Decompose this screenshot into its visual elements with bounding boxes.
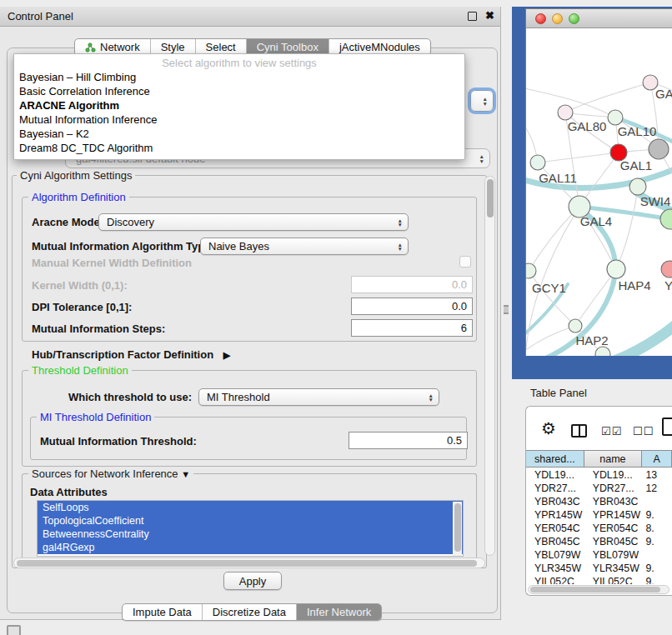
table-cell <box>642 495 672 508</box>
tab-infer-network[interactable]: Infer Network <box>296 604 381 620</box>
network-node[interactable] <box>558 105 573 120</box>
algorithm-option[interactable]: Bayesian – Hill Climbing <box>14 70 464 84</box>
network-edge-highlighted[interactable] <box>614 326 672 356</box>
close-icon[interactable]: ✖ <box>485 9 494 22</box>
hub-section-toggle[interactable]: Hub/Transcription Factor Definition ▶ <box>32 348 230 361</box>
network-node[interactable] <box>661 261 672 278</box>
network-canvas[interactable]: GALGAL80GAL10GAL1GAL11SWI4GAL4GCY1HAP4YH… <box>526 28 672 356</box>
attribute-list-item[interactable]: TopologicalCoefficient <box>38 514 463 528</box>
network-node[interactable] <box>530 155 545 170</box>
aracne-mode-label: Aracne Mode: <box>32 216 103 228</box>
network-node-label: SWI4 <box>640 194 671 208</box>
settings-horizontal-scrollbar[interactable] <box>13 558 485 568</box>
network-node[interactable] <box>608 110 623 125</box>
panel-splitter-grip[interactable] <box>504 305 509 314</box>
network-node[interactable] <box>649 139 669 159</box>
table-cell: YER054C <box>526 522 584 535</box>
dpi-tolerance-field[interactable]: 0.0 <box>351 298 473 315</box>
sources-title[interactable]: Sources for Network Inference ▼ <box>28 468 193 480</box>
dropdown-prompt: Select algorithm to view settings <box>14 56 464 70</box>
network-window-titlebar[interactable] <box>526 9 672 28</box>
settings-vertical-scrollbar[interactable] <box>484 176 495 556</box>
table-cell: 13 <box>642 468 672 482</box>
table-panel-window: ⚙ ☑☑ ☐☐ shared... name A YDL19...YDL19..… <box>525 406 672 596</box>
table-row[interactable]: YPR145WYPR145W9. <box>526 508 672 522</box>
attribute-list-item[interactable]: SelfLoops <box>38 501 463 514</box>
close-traffic-light[interactable] <box>535 13 546 24</box>
table-horizontal-scrollbar[interactable] <box>528 585 669 594</box>
screenshot-stage: Control Panel ✖ Network Style Select Cyn… <box>0 0 672 635</box>
aracne-mode-combobox[interactable]: Discovery ▲▼ <box>98 213 409 231</box>
table-cell: YPR145W <box>584 508 643 522</box>
zoom-traffic-light[interactable] <box>569 13 579 24</box>
attributes-scrollbar[interactable] <box>453 502 462 557</box>
table-cell: YPR145W <box>526 508 584 522</box>
mi-steps-field[interactable]: 6 <box>351 319 473 337</box>
gear-icon[interactable]: ⚙ <box>541 420 556 437</box>
attribute-list-item[interactable]: BetweennessCentrality <box>38 528 463 541</box>
dock-panel-icon[interactable] <box>7 625 21 635</box>
kernel-width-field[interactable]: 0.0 <box>351 276 473 293</box>
algorithm-option[interactable]: Bayesian – K2 <box>14 127 464 141</box>
network-node[interactable] <box>660 209 672 229</box>
table-cell: 12 <box>642 482 672 495</box>
deselect-all-checkboxes-icon[interactable]: ☐☐ <box>633 425 654 438</box>
table-row[interactable]: YER054CYER054C8. <box>526 522 672 535</box>
mi-threshold-field[interactable]: 0.5 <box>349 432 468 449</box>
table-cell: YDL19... <box>526 468 584 482</box>
network-node-label: HAP2 <box>575 333 608 348</box>
table-row[interactable]: YBL079WYBL079W <box>526 548 672 562</box>
which-threshold-combobox[interactable]: MI Threshold ▲▼ <box>198 388 439 406</box>
network-edge[interactable] <box>616 187 638 269</box>
table-header-row: shared... name A <box>526 450 672 468</box>
table-cell: YDR27... <box>584 482 643 495</box>
network-node-label: HAP4 <box>618 278 650 292</box>
algorithm-option[interactable]: Mutual Information Inference <box>14 112 464 127</box>
column-header-third[interactable]: A <box>642 451 672 467</box>
float-window-icon[interactable] <box>468 12 477 21</box>
network-edge[interactable] <box>529 207 579 271</box>
minimize-traffic-light[interactable] <box>552 13 563 24</box>
tab-discretize-data[interactable]: Discretize Data <box>202 604 296 620</box>
document-icon[interactable] <box>662 418 672 436</box>
mi-steps-label: Mutual Information Steps: <box>32 322 165 335</box>
column-header-name[interactable]: name <box>584 451 643 467</box>
data-attributes-list[interactable]: SelfLoopsTopologicalCoefficientBetweenne… <box>37 500 464 557</box>
network-edge[interactable] <box>565 82 650 112</box>
column-layout-icon[interactable] <box>571 424 587 438</box>
algorithm-option[interactable]: ARACNE Algorithm <box>14 98 464 112</box>
table-row[interactable]: YBR043CYBR043C <box>526 495 672 508</box>
threshold-definition-title: Threshold Definition <box>28 364 132 377</box>
stepper-icon: ▲▼ <box>398 218 403 227</box>
network-node-label: GAL80 <box>568 119 607 133</box>
cyni-settings-title: Cyni Algorithm Settings <box>17 169 135 182</box>
network-node-label: GAL11 <box>539 171 577 185</box>
network-edge[interactable] <box>529 271 575 326</box>
algorithm-option[interactable]: Basic Correlation Inference <box>14 84 464 98</box>
inference-algorithm-combobox-end[interactable]: ▲▼ <box>470 90 494 112</box>
network-node[interactable] <box>629 178 646 195</box>
table-row[interactable]: YIL052CYIL052C9. <box>526 575 672 584</box>
mi-threshold-definition-title: MI Threshold Definition <box>37 411 154 423</box>
table-cell: YLR345W <box>526 562 584 575</box>
table-row[interactable]: YLR345WYLR345W9. <box>526 562 672 575</box>
network-node[interactable] <box>526 263 536 278</box>
network-node[interactable] <box>569 319 582 332</box>
select-all-checkboxes-icon[interactable]: ☑☑ <box>601 425 622 438</box>
stepper-icon: ▲▼ <box>429 392 434 402</box>
table-cell: YBR043C <box>526 495 584 508</box>
algorithm-option[interactable]: Dream8 DC_TDC Algorithm <box>14 141 464 155</box>
network-node[interactable] <box>607 260 625 278</box>
table-row[interactable]: YDL19...YDL19...13 <box>526 468 672 482</box>
mi-type-combobox[interactable]: Naive Bayes ▲▼ <box>200 238 409 255</box>
attribute-list-item[interactable]: gal4RGexp <box>38 541 463 554</box>
apply-button[interactable]: Apply <box>223 572 282 590</box>
network-node[interactable] <box>595 347 610 356</box>
table-row[interactable]: YBR045CYBR045C9. <box>526 535 672 548</box>
tab-impute-data[interactable]: Impute Data <box>123 604 202 620</box>
chevron-down-icon: ▼ <box>181 469 190 479</box>
column-header-shared-name[interactable]: shared... <box>526 451 584 467</box>
manual-kernel-checkbox[interactable] <box>459 256 471 268</box>
table-row[interactable]: YDR27...YDR27...12 <box>526 482 672 495</box>
network-edge[interactable] <box>538 152 619 162</box>
